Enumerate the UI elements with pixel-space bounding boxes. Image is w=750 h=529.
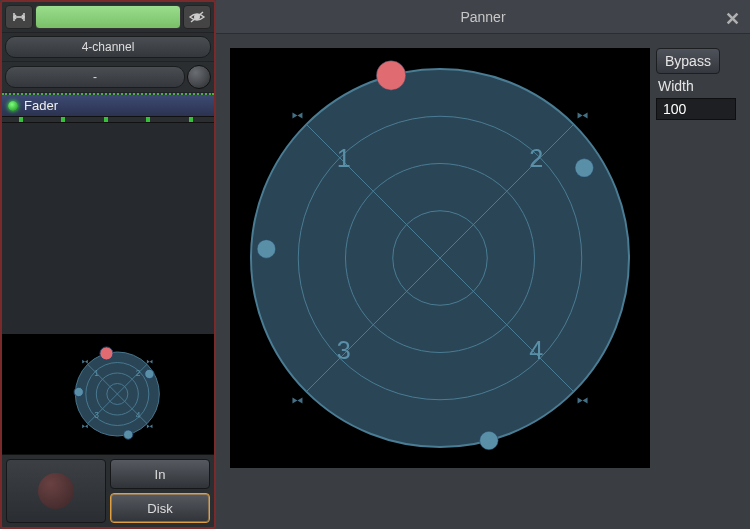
record-arm-button[interactable]: [6, 459, 106, 523]
svg-text:2: 2: [148, 372, 151, 378]
channel-mode-button[interactable]: 4-channel: [5, 36, 211, 58]
svg-text:2: 2: [136, 368, 141, 378]
visibility-toggle-icon[interactable]: [183, 5, 211, 29]
window-title: Panner: [460, 9, 505, 25]
width-input[interactable]: [656, 98, 736, 120]
svg-text:3: 3: [337, 336, 351, 364]
svg-text:3: 3: [486, 434, 492, 446]
svg-text:1: 1: [337, 144, 351, 172]
monitor-in-button[interactable]: In: [110, 459, 210, 489]
svg-point-11: [100, 347, 113, 360]
meter-ticks: [2, 117, 214, 123]
panner-field[interactable]: 1234234: [230, 48, 650, 468]
svg-text:4: 4: [529, 336, 543, 364]
trim-button[interactable]: -: [5, 66, 185, 88]
width-expand-icon[interactable]: [5, 5, 33, 29]
svg-text:4: 4: [263, 242, 269, 254]
plugin-slot-area[interactable]: [2, 123, 214, 334]
titlebar[interactable]: Panner ✕: [216, 0, 750, 34]
record-dot-icon: [38, 473, 74, 509]
svg-text:2: 2: [529, 144, 543, 172]
trim-knob[interactable]: [187, 65, 211, 89]
track-color-bar[interactable]: [35, 5, 181, 29]
svg-text:4: 4: [77, 390, 80, 396]
mini-panner-preview[interactable]: 1234234: [2, 334, 214, 454]
width-label: Width: [656, 78, 694, 94]
svg-text:2: 2: [581, 161, 587, 173]
svg-text:4: 4: [136, 410, 141, 420]
monitor-disk-button[interactable]: Disk: [110, 493, 210, 523]
close-icon[interactable]: ✕: [725, 8, 740, 30]
fader-label: Fader: [24, 98, 58, 113]
svg-text:1: 1: [94, 368, 99, 378]
plugin-active-led-icon: [8, 101, 18, 111]
svg-text:3: 3: [94, 410, 99, 420]
svg-point-28: [376, 61, 405, 90]
svg-text:3: 3: [127, 432, 130, 438]
bypass-button[interactable]: Bypass: [656, 48, 720, 74]
fader-row[interactable]: Fader: [2, 93, 214, 117]
